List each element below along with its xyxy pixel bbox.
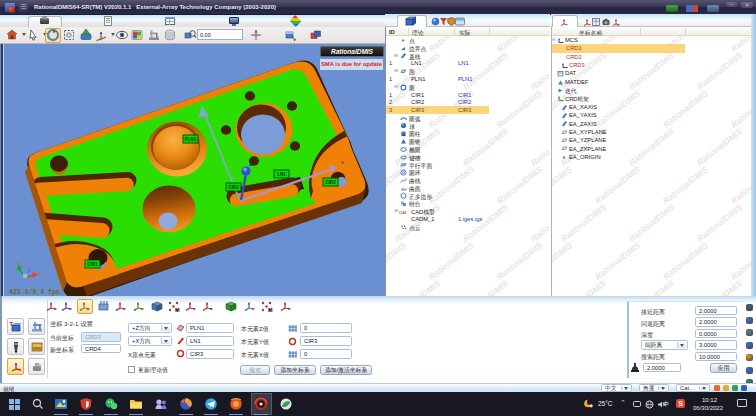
svg-text:LN1: LN1 bbox=[277, 172, 286, 177]
svg-text:CIR3: CIR3 bbox=[228, 185, 239, 190]
svg-text:T: T bbox=[9, 321, 13, 327]
svg-text:M: M bbox=[268, 307, 273, 313]
svg-text:M: M bbox=[175, 307, 180, 313]
svg-text:CAD: CAD bbox=[399, 210, 406, 215]
svg-text:PLN1: PLN1 bbox=[185, 137, 197, 142]
svg-text:Y: Y bbox=[17, 261, 21, 267]
svg-text:423.3/0.4 fps: 423.3/0.4 fps bbox=[9, 289, 60, 296]
svg-text:x: x bbox=[617, 22, 620, 26]
svg-text:CIR1: CIR1 bbox=[87, 262, 98, 267]
svg-text:CIR2: CIR2 bbox=[325, 180, 336, 185]
